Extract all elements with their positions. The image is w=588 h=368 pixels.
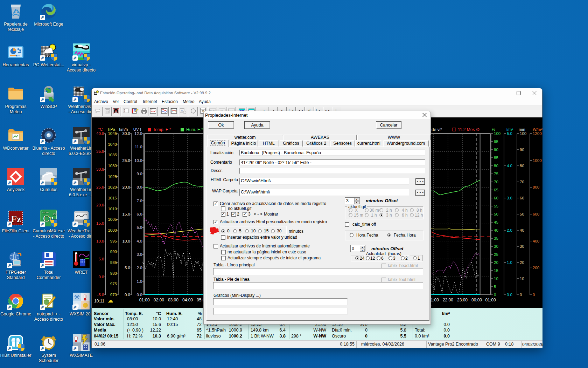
svg-text:30: 30 [494, 244, 498, 248]
svg-text:9.0: 9.0 [137, 172, 142, 176]
svg-text:75: 75 [494, 172, 498, 176]
svg-text:hPa: hPa [108, 127, 115, 131]
svg-text:1010: 1010 [108, 207, 117, 211]
svg-text:40: 40 [520, 228, 524, 232]
svg-text:200: 200 [533, 266, 539, 270]
svg-text:5: 5 [494, 285, 496, 289]
svg-text:01:00: 01:00 [485, 298, 496, 302]
svg-text:1015: 1015 [108, 196, 117, 200]
svg-text:1.0: 1.0 [137, 279, 142, 284]
svg-text:80: 80 [520, 164, 524, 168]
svg-text:800: 800 [533, 185, 539, 189]
svg-text:15: 15 [494, 268, 498, 273]
svg-text:0.0: 0.0 [125, 293, 130, 297]
svg-text:980: 980 [110, 271, 117, 275]
svg-text:30: 30 [520, 244, 524, 248]
svg-text:1045: 1045 [108, 131, 117, 136]
svg-text:01:00: 01:00 [139, 298, 150, 302]
svg-text:35: 35 [494, 236, 498, 240]
svg-text:50: 50 [494, 212, 498, 216]
svg-text:1030: 1030 [108, 164, 117, 168]
svg-text:975: 975 [110, 282, 117, 286]
svg-text:1025: 1025 [108, 175, 117, 179]
svg-text:25: 25 [494, 252, 498, 257]
svg-text:100: 100 [520, 131, 526, 136]
svg-text:40: 40 [494, 228, 498, 232]
svg-text:1200: 1200 [533, 131, 542, 136]
svg-text:7.0: 7.0 [137, 199, 142, 203]
svg-text:35.0: 35.0 [96, 149, 104, 154]
svg-text:de vi*: de vi* [432, 127, 442, 132]
svg-text:15.0: 15.0 [122, 212, 130, 216]
svg-text:10: 10 [494, 277, 498, 281]
svg-text:1.0: 1.0 [507, 260, 512, 265]
svg-text:600: 600 [533, 212, 539, 216]
svg-text:0.0: 0.0 [99, 275, 104, 279]
svg-text:Fz: Fz [11, 213, 21, 224]
svg-text:10: 10 [520, 277, 524, 281]
svg-text:UV-I: UV-I [133, 127, 141, 131]
svg-text:55: 55 [494, 204, 498, 208]
svg-text:20.0: 20.0 [96, 203, 104, 207]
svg-text:1000: 1000 [533, 158, 542, 163]
svg-text:0: 0 [533, 293, 535, 297]
svg-text:60: 60 [520, 196, 524, 200]
svg-text:Temp. E.*: Temp. E.* [153, 127, 171, 132]
svg-text:8.0: 8.0 [137, 185, 142, 189]
svg-text:2.0: 2.0 [137, 266, 142, 270]
svg-text:70: 70 [520, 180, 524, 184]
svg-text:Hum. E.*: Hum. E.* [186, 127, 203, 132]
svg-text:0: 0 [520, 293, 522, 297]
svg-text:90: 90 [520, 148, 524, 152]
svg-text:20.0: 20.0 [122, 185, 130, 189]
svg-text:1005: 1005 [108, 217, 117, 222]
svg-text:400: 400 [533, 239, 539, 243]
svg-text:985: 985 [110, 260, 117, 265]
svg-text:25.0: 25.0 [122, 158, 130, 163]
svg-text:T: T [124, 109, 125, 111]
svg-text:5.0: 5.0 [137, 225, 142, 230]
svg-text:40.0: 40.0 [96, 131, 104, 136]
svg-text:l/m²: l/m² [506, 127, 513, 131]
svg-text:5.0: 5.0 [507, 131, 512, 136]
svg-text:3.0: 3.0 [507, 196, 512, 200]
svg-text:4.0: 4.0 [507, 164, 512, 168]
svg-text:1000: 1000 [108, 228, 117, 232]
svg-text:02:00: 02:00 [154, 298, 164, 302]
svg-text:12.0: 12.0 [134, 131, 142, 136]
svg-text:00:00: 00:00 [471, 298, 482, 302]
svg-text:0: 0 [494, 293, 496, 297]
svg-text:%: % [492, 127, 495, 131]
svg-text:30.0: 30.0 [96, 167, 104, 171]
svg-text:70: 70 [494, 180, 498, 184]
svg-text:5.0: 5.0 [99, 257, 104, 261]
svg-text:1040: 1040 [108, 142, 117, 146]
svg-text:10.0: 10.0 [134, 158, 142, 163]
svg-text:10.0: 10.0 [96, 239, 104, 243]
svg-text:11.2 Mes-Ø: 11.2 Mes-Ø [458, 127, 479, 132]
svg-text:1020: 1020 [108, 185, 117, 189]
svg-text:15.0: 15.0 [96, 221, 104, 225]
svg-text:10.0: 10.0 [122, 239, 130, 243]
svg-text:30.0: 30.0 [122, 131, 130, 136]
svg-text:100: 100 [494, 131, 500, 136]
svg-text:90: 90 [494, 148, 498, 152]
svg-text:km/h: km/h [119, 127, 128, 131]
svg-text:04:00: 04:00 [182, 298, 193, 302]
svg-text:0.0: 0.0 [137, 293, 142, 297]
svg-text:995: 995 [110, 239, 117, 243]
svg-text:11.0: 11.0 [135, 145, 142, 149]
svg-text:W/m²: W/m² [533, 127, 542, 131]
svg-text:°C: °C [98, 127, 103, 131]
svg-text:50: 50 [520, 212, 524, 216]
svg-text:80: 80 [494, 164, 498, 168]
svg-text:970: 970 [110, 293, 117, 297]
svg-text:0.0: 0.0 [507, 293, 512, 297]
svg-text:85: 85 [494, 156, 498, 160]
svg-text:29: 29 [53, 212, 56, 216]
svg-text:03:00: 03:00 [168, 298, 178, 302]
svg-text:T: T [124, 111, 125, 113]
svg-text:23:00: 23:00 [457, 298, 468, 302]
svg-text:95: 95 [494, 139, 498, 144]
svg-text:1035: 1035 [108, 153, 117, 157]
